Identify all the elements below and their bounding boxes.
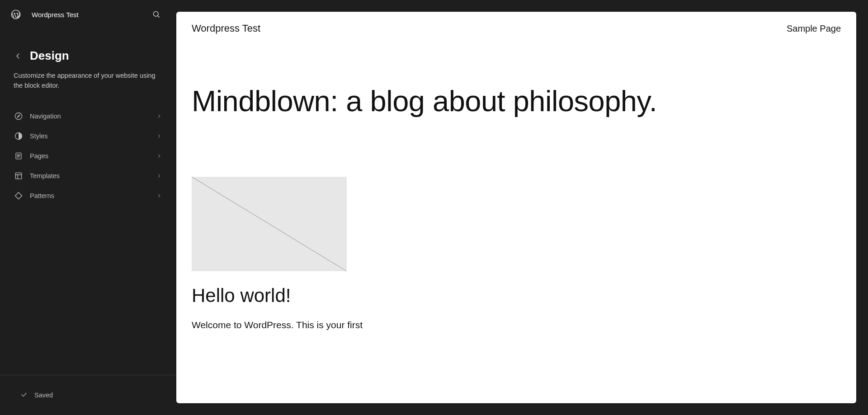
chevron-right-icon (156, 172, 163, 179)
nav-item-label: Patterns (30, 192, 149, 199)
top-bar: Wordpress Test (0, 0, 176, 29)
nav-item-label: Styles (30, 132, 149, 140)
panel-description: Customize the appearance of your website… (0, 63, 176, 91)
chevron-right-icon (156, 113, 163, 120)
nav-item-patterns[interactable]: Patterns (6, 186, 170, 206)
post-thumbnail-placeholder (192, 177, 347, 271)
preview-post-excerpt: Welcome to WordPress. This is your first (192, 318, 532, 332)
svg-rect-5 (15, 173, 21, 179)
chevron-right-icon (156, 192, 163, 199)
nav-item-pages[interactable]: Pages (6, 146, 170, 166)
search-button[interactable] (149, 7, 164, 22)
preview-wrap: Wordpress Test Sample Page Mindblown: a … (176, 0, 868, 415)
nav-item-label: Navigation (30, 113, 149, 120)
svg-point-2 (15, 113, 22, 119)
nav-item-templates[interactable]: Templates (6, 166, 170, 186)
nav-item-navigation[interactable]: Navigation (6, 106, 170, 126)
site-title[interactable]: Wordpress Test (32, 11, 138, 19)
svg-point-1 (153, 11, 158, 16)
save-status-label: Saved (34, 391, 53, 399)
halfcircle-icon (14, 131, 24, 141)
design-nav-list: Navigation Styles Pages (0, 91, 176, 206)
svg-line-6 (192, 177, 347, 271)
diamond-icon (14, 191, 24, 201)
check-icon (20, 391, 28, 400)
layout-icon (14, 171, 24, 181)
nav-item-styles[interactable]: Styles (6, 126, 170, 146)
nav-item-label: Templates (30, 172, 149, 179)
preview-hero-heading: Mindblown: a blog about philosophy. (176, 34, 856, 119)
page-icon (14, 151, 24, 161)
compass-icon (14, 111, 24, 121)
panel-header: Design (0, 29, 176, 63)
save-status: Saved (0, 388, 176, 402)
panel-title: Design (30, 49, 69, 63)
preview-post-title[interactable]: Hello world! (192, 285, 532, 307)
sidebar-divider (0, 375, 176, 375)
chevron-right-icon (156, 132, 163, 140)
wordpress-logo-icon[interactable] (11, 9, 21, 19)
preview-post: Hello world! Welcome to WordPress. This … (176, 119, 547, 332)
preview-menu-item[interactable]: Sample Page (787, 24, 841, 34)
preview-site-title[interactable]: Wordpress Test (192, 23, 260, 34)
preview-header: Wordpress Test Sample Page (176, 12, 856, 34)
chevron-right-icon (156, 152, 163, 160)
editor-sidebar: Wordpress Test Design Customize the appe… (0, 0, 176, 415)
nav-item-label: Pages (30, 152, 149, 160)
back-button[interactable] (13, 51, 24, 61)
site-preview[interactable]: Wordpress Test Sample Page Mindblown: a … (176, 12, 856, 403)
